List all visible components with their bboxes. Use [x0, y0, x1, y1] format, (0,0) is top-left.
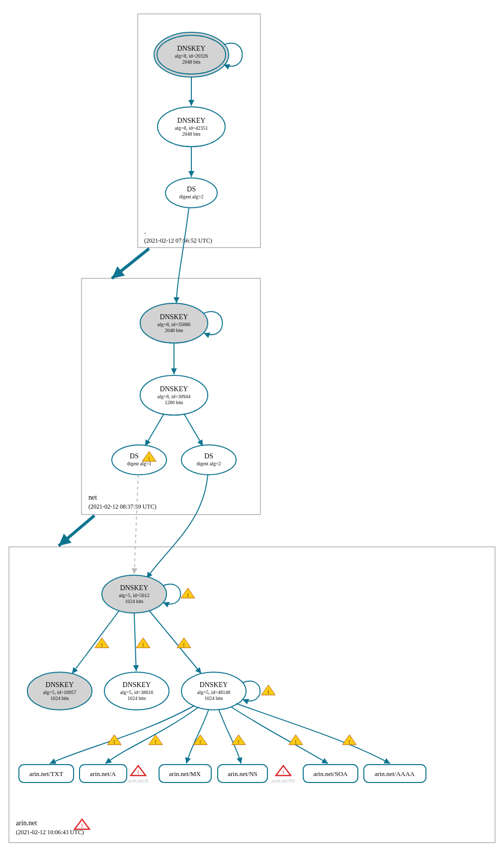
edge-net-ds1-arin-ksk	[134, 475, 138, 574]
error-icon: !	[276, 766, 291, 776]
edge-arin-ksk-k3	[149, 610, 201, 674]
node-rr-aaaa[interactable]: arin.net/AAAA	[364, 765, 426, 782]
error-icon: !	[75, 819, 89, 829]
svg-text:!: !	[113, 739, 115, 745]
edge-net-zsk-ds1	[145, 414, 164, 446]
edge-net-ds2-arin-ksk	[147, 475, 208, 578]
node-rr-a[interactable]: arin.net/A	[80, 765, 127, 782]
svg-text:2048 bits: 2048 bits	[182, 59, 201, 65]
svg-text:DS: DS	[204, 452, 213, 460]
warning-icon: !	[95, 638, 109, 648]
svg-text:!: !	[137, 770, 139, 775]
zone-edge-root-net	[112, 249, 149, 278]
node-rr-ns[interactable]: arin.net/NS	[218, 765, 267, 782]
svg-text:digest alg=2: digest alg=2	[196, 461, 221, 466]
svg-text:alg=8, id=20326: alg=8, id=20326	[175, 53, 208, 59]
svg-text:arin.net/MX: arin.net/MX	[169, 770, 201, 778]
svg-text:2048 bits: 2048 bits	[182, 131, 201, 137]
svg-text:DNSKEY: DNSKEY	[177, 45, 206, 52]
edge-k3-a	[105, 707, 199, 764]
svg-text:2048 bits: 2048 bits	[165, 328, 183, 333]
warning-icon: !	[136, 638, 150, 648]
warning-icon: !	[289, 735, 303, 745]
node-rr-mx[interactable]: arin.net/MX	[159, 765, 211, 782]
edge-k3-soa	[231, 707, 328, 764]
zone-root-time: (2021-02-12 07:56:52 UTC)	[144, 237, 212, 244]
svg-text:!: !	[348, 739, 350, 745]
node-arin-k1[interactable]: DNSKEY alg=5, id=16957 1024 bits	[27, 672, 92, 710]
svg-text:arin.net/NS: arin.net/NS	[228, 770, 257, 778]
node-net-zsk[interactable]: DNSKEY alg=8, id=30944 1280 bits	[140, 375, 208, 415]
node-arin-ksk[interactable]: DNSKEY alg=5, id=5612 1024 bits	[102, 575, 167, 613]
error-icon: !	[131, 766, 146, 776]
node-rr-soa[interactable]: arin.net/SOA	[303, 765, 358, 782]
svg-text:arin.net/A: arin.net/A	[128, 778, 149, 783]
svg-text:1280 bits: 1280 bits	[165, 400, 183, 405]
node-net-ds2[interactable]: DS digest alg=2	[181, 445, 236, 475]
svg-text:DNSKEY: DNSKEY	[46, 681, 74, 689]
svg-text:!: !	[155, 739, 156, 745]
edge-k3-mx	[186, 709, 209, 764]
zone-root-name: .	[144, 228, 146, 235]
edge-arin-ksk-k2	[134, 613, 136, 671]
node-arin-k2[interactable]: DNSKEY alg=5, id=38616 1024 bits	[104, 672, 169, 710]
edge-arin-ksk-k1	[72, 610, 119, 674]
svg-text:alg=5, id=38616: alg=5, id=38616	[120, 690, 153, 695]
node-root-ds[interactable]: DS digest alg=2	[166, 178, 217, 208]
svg-text:1024 bits: 1024 bits	[205, 695, 223, 701]
svg-text:alg=8, id=35886: alg=8, id=35886	[158, 322, 190, 327]
node-rr-txt[interactable]: arin.net/TXT	[19, 765, 74, 782]
warning-icon: !	[107, 735, 121, 745]
zone-arin-name: arin.net	[16, 819, 37, 827]
edge-root-ds-net-ksk	[176, 208, 189, 303]
svg-text:DS: DS	[187, 185, 196, 193]
svg-text:alg=8, id=42351: alg=8, id=42351	[175, 125, 208, 131]
svg-text:alg=5, id=16957: alg=5, id=16957	[43, 690, 76, 695]
svg-text:alg=5, id=5612: alg=5, id=5612	[119, 593, 149, 598]
warning-icon: !	[342, 735, 356, 745]
warning-icon: !	[181, 588, 195, 598]
svg-text:arin.net/SOA: arin.net/SOA	[314, 770, 348, 778]
svg-text:1024 bits: 1024 bits	[128, 695, 146, 701]
ghost-rr-a: ! arin.net/A	[128, 766, 149, 783]
warning-icon: !	[177, 638, 191, 648]
svg-text:1024 bits: 1024 bits	[125, 599, 144, 604]
svg-text:!: !	[81, 823, 83, 829]
svg-text:arin.net/TXT: arin.net/TXT	[29, 770, 63, 778]
warning-icon: !	[232, 735, 246, 745]
svg-text:arin.net/NS: arin.net/NS	[272, 778, 295, 783]
dnssec-diagram: . (2021-02-12 07:56:52 UTC) net (2021-02…	[0, 0, 503, 868]
ghost-rr-ns: ! arin.net/NS	[272, 766, 295, 783]
node-root-zsk[interactable]: DNSKEY alg=8, id=42351 2048 bits	[158, 107, 225, 147]
node-arin-k3[interactable]: DNSKEY alg=5, id=48148 1024 bits	[181, 672, 246, 710]
svg-point-20	[112, 445, 167, 475]
zone-net-time: (2021-02-12 08:37:59 UTC)	[88, 503, 157, 510]
svg-text:!: !	[238, 739, 239, 745]
zone-edge-net-arin	[59, 516, 94, 546]
svg-text:!: !	[199, 739, 201, 745]
zone-net-name: net	[88, 494, 97, 501]
svg-text:DNSKEY: DNSKEY	[160, 313, 188, 321]
svg-text:arin.net/A: arin.net/A	[90, 770, 116, 778]
svg-text:1024 bits: 1024 bits	[51, 695, 69, 701]
svg-text:!: !	[183, 642, 184, 648]
svg-text:!: !	[187, 593, 188, 598]
svg-text:!: !	[142, 642, 144, 648]
edge-net-zsk-ds2	[184, 414, 203, 446]
svg-text:DNSKEY: DNSKEY	[177, 117, 206, 124]
svg-text:arin.net/AAAA: arin.net/AAAA	[375, 770, 415, 778]
node-net-ds1[interactable]: DS digest alg=1	[112, 445, 167, 475]
node-root-ksk[interactable]: DNSKEY alg=8, id=20326 2048 bits	[154, 32, 229, 77]
svg-text:DNSKEY: DNSKEY	[123, 681, 151, 689]
svg-text:DNSKEY: DNSKEY	[120, 584, 149, 592]
svg-text:!: !	[101, 642, 102, 648]
svg-text:!: !	[282, 770, 284, 775]
svg-text:!: !	[295, 739, 296, 745]
svg-text:DNSKEY: DNSKEY	[200, 681, 228, 689]
edge-k3-txt	[50, 706, 194, 764]
svg-point-9	[166, 178, 217, 208]
svg-text:!: !	[267, 690, 269, 695]
svg-text:digest alg=2: digest alg=2	[179, 194, 203, 199]
node-net-ksk[interactable]: DNSKEY alg=8, id=35886 2048 bits	[140, 303, 208, 343]
svg-text:digest alg=1: digest alg=1	[127, 461, 151, 466]
